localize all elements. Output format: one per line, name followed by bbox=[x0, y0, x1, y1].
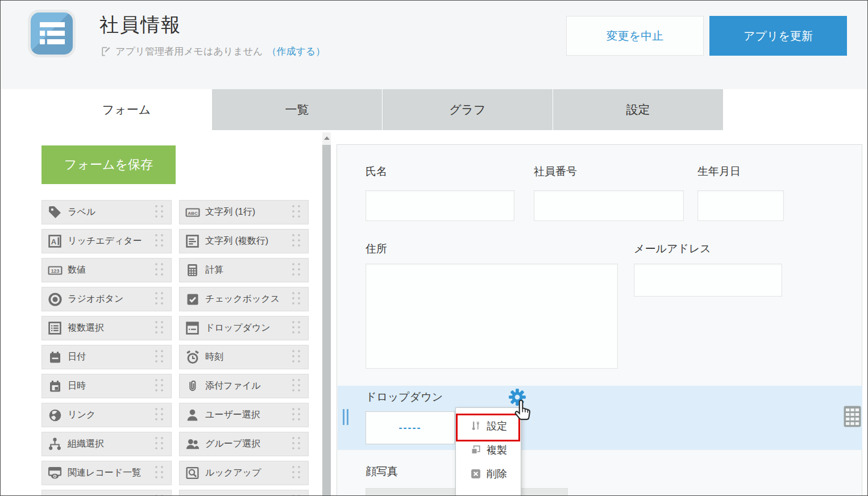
user-select-icon bbox=[185, 407, 200, 423]
dropdown-select-box[interactable]: ----- bbox=[366, 411, 455, 444]
checkbox-icon bbox=[185, 291, 200, 307]
palette-item-label[interactable]: ラベル bbox=[41, 200, 172, 224]
drag-grip-icon bbox=[155, 205, 167, 220]
drag-grip-icon bbox=[292, 436, 304, 452]
palette-item-text: 関連レコード一覧 bbox=[68, 467, 155, 479]
memo-create-link[interactable]: （作成する） bbox=[267, 45, 325, 58]
header: 社員情報 アプリ管理者用メモはありません （作成する） 変更を中止 アプリを更新 bbox=[1, 1, 867, 89]
attachment-icon bbox=[185, 378, 200, 394]
memo-text: アプリ管理者用メモはありません bbox=[115, 45, 263, 58]
menu-item-duplicate[interactable]: 複製 bbox=[456, 438, 521, 462]
gear-icon[interactable] bbox=[508, 387, 527, 407]
palette-item-date[interactable]: 日付 bbox=[41, 345, 172, 369]
palette-item-partial[interactable] bbox=[41, 490, 172, 496]
menu-item-text: 削除 bbox=[487, 467, 507, 481]
number-icon: 123 bbox=[47, 262, 63, 278]
palette-item-text: 日付 bbox=[68, 351, 155, 363]
drag-grip-icon bbox=[155, 436, 167, 452]
calculator-icon bbox=[185, 262, 200, 278]
palette-item-related-records[interactable]: 関連レコード一覧 bbox=[41, 461, 172, 485]
datetime-icon bbox=[47, 378, 63, 394]
field-palette: フォームを保存 ラベル ABC 文字列 (1行) A リッチエディター 文字列 … bbox=[28, 130, 321, 496]
drag-grip-icon bbox=[155, 378, 167, 394]
tab-list[interactable]: 一覧 bbox=[212, 89, 382, 130]
text-single-icon: ABC bbox=[185, 205, 200, 220]
palette-item-text: 計算 bbox=[205, 264, 292, 276]
svg-text:ABC: ABC bbox=[188, 210, 198, 215]
tab-form[interactable]: フォーム bbox=[41, 89, 211, 130]
drag-grip-icon bbox=[155, 291, 167, 307]
palette-item-text: ラジオボタン bbox=[68, 293, 155, 305]
palette-item-datetime[interactable]: 日時 bbox=[41, 374, 172, 398]
palette-item-attachment[interactable]: 添付ファイル bbox=[179, 374, 309, 398]
tab-settings[interactable]: 設定 bbox=[553, 89, 723, 130]
save-form-button[interactable]: フォームを保存 bbox=[41, 145, 176, 184]
address-field-textarea[interactable] bbox=[366, 264, 618, 369]
layout-grid-icon[interactable] bbox=[844, 406, 861, 427]
name-field-input[interactable] bbox=[366, 190, 514, 221]
drag-grip-icon bbox=[292, 262, 304, 278]
palette-item-multi-select[interactable]: 複数選択 bbox=[41, 316, 172, 340]
drag-grip-icon bbox=[292, 407, 304, 423]
palette-grid: ラベル ABC 文字列 (1行) A リッチエディター 文字列 (複数行) 12… bbox=[41, 200, 309, 496]
text-multiline-icon bbox=[185, 234, 200, 249]
rich-editor-icon: A bbox=[47, 234, 63, 249]
palette-item-number[interactable]: 123 数値 bbox=[41, 258, 172, 282]
admin-memo-row: アプリ管理者用メモはありません （作成する） bbox=[99, 45, 325, 58]
palette-scrollbar[interactable] bbox=[322, 132, 331, 496]
update-app-button[interactable]: アプリを更新 bbox=[709, 16, 847, 56]
field-label-address: 住所 bbox=[366, 241, 387, 256]
palette-item-partial[interactable] bbox=[179, 490, 309, 496]
drag-handle-icon[interactable] bbox=[343, 409, 348, 425]
menu-item-delete[interactable]: 削除 bbox=[456, 462, 521, 486]
email-field-input[interactable] bbox=[634, 264, 782, 297]
palette-item-text-multiline[interactable]: 文字列 (複数行) bbox=[179, 229, 309, 253]
palette-item-calculation[interactable]: 計算 bbox=[179, 258, 309, 282]
lookup-icon bbox=[185, 465, 200, 481]
palette-item-text: 文字列 (1行) bbox=[205, 206, 292, 218]
birthdate-field-input[interactable] bbox=[697, 190, 784, 221]
palette-item-organization-select[interactable]: 組織選択 bbox=[41, 432, 172, 456]
time-icon bbox=[185, 349, 200, 365]
palette-item-user-select[interactable]: ユーザー選択 bbox=[179, 403, 309, 427]
palette-item-text: 文字列 (複数行) bbox=[205, 235, 292, 247]
tab-graph[interactable]: グラフ bbox=[383, 89, 553, 130]
dropdown-field-row-selected[interactable]: ドロップダウン ----- bbox=[338, 386, 862, 450]
scrollbar-thumb[interactable] bbox=[322, 145, 331, 496]
palette-item-text: ルックアップ bbox=[205, 467, 292, 479]
palette-item-group-select[interactable]: グループ選択 bbox=[179, 432, 309, 456]
palette-item-text: ドロップダウン bbox=[205, 322, 292, 334]
palette-item-lookup[interactable]: ルックアップ bbox=[179, 461, 309, 485]
app-icon bbox=[28, 10, 76, 57]
organization-select-icon bbox=[47, 436, 63, 452]
drag-grip-icon bbox=[155, 234, 167, 249]
palette-item-text: リンク bbox=[68, 409, 155, 421]
palette-item-radio-button[interactable]: ラジオボタン bbox=[41, 287, 172, 311]
discard-changes-button[interactable]: 変更を中止 bbox=[566, 16, 704, 56]
palette-item-rich-editor[interactable]: A リッチエディター bbox=[41, 229, 172, 253]
drag-grip-icon bbox=[292, 291, 304, 307]
palette-item-time[interactable]: 時刻 bbox=[179, 345, 309, 369]
duplicate-icon bbox=[470, 444, 481, 456]
form-canvas: 氏名 社員番号 生年月日 住所 メールアドレス ドロップダウン bbox=[337, 144, 862, 496]
palette-item-text: ラベル bbox=[68, 206, 155, 218]
scroll-up-button[interactable] bbox=[322, 132, 331, 144]
employee-no-field-input[interactable] bbox=[534, 190, 684, 221]
palette-item-text-single[interactable]: ABC 文字列 (1行) bbox=[179, 200, 309, 224]
link-icon bbox=[47, 407, 63, 423]
palette-item-text: 日時 bbox=[68, 380, 155, 392]
tab-bar: フォーム 一覧 グラフ 設定 bbox=[41, 89, 723, 130]
palette-item-link[interactable]: リンク bbox=[41, 403, 172, 427]
palette-item-dropdown[interactable]: ドロップダウン bbox=[179, 316, 309, 340]
multi-select-icon bbox=[47, 320, 63, 336]
drag-grip-icon bbox=[292, 205, 304, 220]
field-label-photo: 顔写真 bbox=[366, 464, 398, 479]
menu-item-settings[interactable]: 設定 bbox=[456, 414, 521, 438]
palette-item-checkbox[interactable]: チェックボックス bbox=[179, 287, 309, 311]
svg-text:A: A bbox=[51, 237, 57, 246]
palette-item-text: ユーザー選択 bbox=[205, 409, 292, 421]
drag-grip-icon bbox=[292, 465, 304, 481]
palette-item-text: 時刻 bbox=[205, 351, 292, 363]
group-select-icon bbox=[185, 436, 200, 452]
drag-grip-icon bbox=[155, 262, 167, 278]
